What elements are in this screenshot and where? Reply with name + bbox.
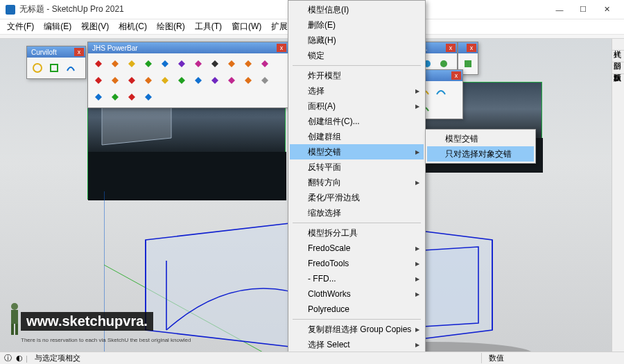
context-submenu[interactable]: 模型交错只对选择对象交错 [425,129,536,164]
toolbar-curviloft[interactable]: Curviloftx [26,46,86,79]
menu-item[interactable]: 锁定 [290,48,424,63]
menu-item[interactable]: 文件(F) [3,19,38,34]
tool-icon[interactable] [257,73,272,88]
menu-item[interactable]: FredoTools [290,256,424,271]
menu-item[interactable]: 绘图(R) [153,19,189,34]
tool-icon[interactable] [174,73,189,88]
svg-point-10 [440,60,447,67]
tool-icon[interactable] [46,60,62,76]
menu-item[interactable]: 反转平面 [290,159,424,175]
app-icon [6,5,15,15]
vcard-label: 数值 [489,354,504,362]
menu-item[interactable]: 模型交错 [427,131,534,146]
menu-item[interactable]: 选择 [290,83,424,98]
toolbar-jhs-powerbar[interactable]: JHS PowerBarx [87,42,288,108]
tool-icon[interactable] [91,73,106,88]
svg-line-5 [104,219,298,352]
side-tab[interactable]: 默认面板 [612,62,624,74]
menu-item[interactable]: 编辑(E) [40,19,76,34]
tool-icon[interactable] [124,73,139,88]
minimize-button[interactable]: — [548,2,571,17]
svg-rect-1 [88,152,286,200]
svg-rect-12 [465,60,471,67]
statusbar: ⓘ ◐ | 与选定项相交 数值 [0,352,624,364]
tool-icon[interactable] [207,56,223,71]
menu-item[interactable]: 模型交错 [290,144,424,159]
menu-item[interactable]: 工具(T) [191,19,226,34]
tool-icon[interactable] [107,56,123,71]
tool-icon[interactable] [257,56,272,71]
tool-icon[interactable] [224,56,239,71]
toolbar-jhs-title: JHS PowerBar [89,44,276,52]
tool-icon[interactable] [461,56,475,71]
tool-icon[interactable] [207,73,223,88]
tool-icon[interactable] [30,60,45,76]
toolbar-curviloft-title: Curviloft [28,49,73,56]
info-icon[interactable]: ◐ [16,354,23,363]
maximize-button[interactable]: ☐ [571,2,595,17]
tool-icon[interactable] [107,73,123,88]
help-icon[interactable]: ⓘ [4,353,12,363]
close-icon[interactable]: x [74,48,84,56]
side-tab[interactable]: 阴影 [612,51,624,62]
tool-icon[interactable] [191,73,206,88]
menu-item[interactable]: 翻转方向 [290,175,424,190]
tool-icon[interactable] [141,89,156,105]
tool-icon[interactable] [107,89,123,105]
svg-point-7 [33,64,42,72]
watermark-text: www.sketchupvra. [21,312,153,331]
svg-rect-15 [11,324,14,335]
menu-item[interactable]: 柔化/平滑边线 [290,190,424,205]
tool-icon[interactable] [191,56,206,71]
svg-rect-14 [11,310,18,324]
tool-icon[interactable] [124,56,139,71]
tool-icon[interactable] [157,56,173,71]
menu-item[interactable]: 创建组件(C)... [290,114,424,129]
watermark-sub: There is no reservation to each via Sket… [21,337,191,343]
tool-icon[interactable] [141,73,156,88]
menu-item[interactable]: 窗口(W) [227,19,266,34]
close-button[interactable]: ✕ [595,2,618,17]
svg-point-13 [11,303,18,310]
menu-item[interactable]: 炸开模型 [290,68,424,83]
menu-item[interactable]: 视图(V) [77,19,113,34]
close-icon[interactable]: x [446,44,456,52]
menu-item[interactable]: - FFD... [290,271,424,286]
menu-item[interactable]: 创建群组 [290,129,424,144]
window-title: 无标题 - SketchUp Pro 2021 [19,3,548,15]
menu-item[interactable]: 缩放选择 [290,205,424,220]
svg-rect-16 [15,324,18,335]
tool-icon[interactable] [224,73,239,88]
menu-item[interactable]: 相机(C) [114,19,151,34]
menu-item[interactable]: Polyreduce [290,302,424,317]
tool-icon[interactable] [63,60,78,76]
tool-icon[interactable] [433,84,449,99]
close-icon[interactable]: x [277,44,286,52]
tool-icon[interactable] [241,73,256,88]
menu-item[interactable]: 只对选择对象交错 [427,146,534,162]
menu-item[interactable]: ClothWorks [290,286,424,302]
side-panel-tabs[interactable]: 样式阴影默认面板 [612,39,624,352]
menu-item[interactable]: 选择 Select [290,337,424,352]
menu-item[interactable]: 模型信息(I) [290,2,424,17]
menu-item[interactable]: 隐藏(H) [290,33,424,48]
close-icon[interactable]: x [467,44,476,52]
tool-icon[interactable] [91,89,106,105]
menu-item[interactable]: 复制群组选择 Group Copies [290,322,424,337]
context-menu[interactable]: 模型信息(I)删除(E)隐藏(H)锁定炸开模型选择面积(A)创建组件(C)...… [288,0,426,364]
tool-icon[interactable] [124,89,139,105]
side-tab[interactable]: 样式 [612,39,624,51]
menu-item[interactable]: 模型拆分工具 [290,225,424,241]
tool-icon[interactable] [174,56,189,71]
tool-icon[interactable] [157,73,173,88]
menu-item[interactable]: FredoScale [290,241,424,256]
status-hint: 与选定项相交 [28,353,481,363]
window-buttons: — ☐ ✕ [548,2,618,17]
tool-icon[interactable] [241,56,256,71]
tool-icon[interactable] [91,56,106,71]
tool-icon[interactable] [141,56,156,71]
close-icon[interactable]: x [451,71,461,80]
svg-rect-8 [51,64,58,71]
menu-item[interactable]: 删除(E) [290,17,424,33]
menu-item[interactable]: 面积(A) [290,98,424,114]
